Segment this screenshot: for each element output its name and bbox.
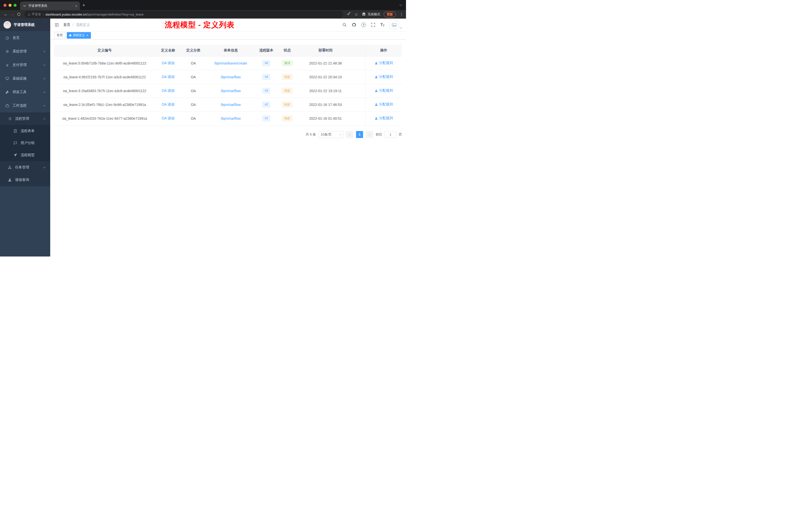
key-icon[interactable] (347, 12, 351, 17)
sidebar-item-task-mgmt[interactable]: 任务管理 (0, 161, 50, 174)
form-link[interactable]: /bpm/oa/flow (221, 89, 240, 93)
browser-tab[interactable]: 芋道管理系统 × (20, 1, 80, 10)
reload-button[interactable] (16, 11, 22, 18)
version-badge: v2 (262, 102, 270, 108)
status-badge: 挂起 (282, 74, 293, 80)
page-size-select[interactable]: 10条/页 (318, 131, 344, 138)
close-window-button[interactable] (3, 4, 6, 7)
tag-process-definition[interactable]: 流程定义 × (67, 32, 91, 39)
form-link[interactable]: /bpm/oa/flow (221, 75, 240, 79)
url-divider: | (43, 12, 44, 16)
assign-rule-link[interactable]: 分配规则 (375, 88, 393, 93)
minimize-window-button[interactable] (8, 4, 11, 7)
bookmark-star-icon[interactable]: ☆ (354, 12, 358, 17)
definition-name-link[interactable]: OA 请假 (162, 116, 174, 120)
page-content: 定义编号 定义名称 定义分类 表单信息 流程版本 状态 部署时间 操作 oa_l… (50, 40, 406, 256)
sidebar-item-leave-query[interactable]: 请假查询 (0, 174, 50, 186)
sidebar-item-label: 基础设施 (12, 76, 27, 81)
tag-close-icon[interactable]: × (86, 34, 88, 37)
sidebar-item-label: 流程管理 (15, 117, 29, 121)
breadcrumb-home[interactable]: 首页 (63, 23, 70, 27)
incognito-badge: 无痕模式 (361, 12, 380, 17)
back-button[interactable]: ← (2, 11, 9, 18)
sidebar-item-workflow[interactable]: 工作流程 (0, 99, 50, 113)
security-status[interactable]: ⚠ 不安全 (28, 12, 41, 17)
version-badge: v5 (262, 60, 270, 66)
chevron-down-icon (43, 91, 46, 93)
chevron-down-icon (43, 63, 46, 66)
form-link[interactable]: /bpm/oa/flow (221, 117, 240, 120)
sidebar-item-process-mgmt[interactable]: 流程管理 (0, 113, 50, 125)
sidebar-item-user-group[interactable]: 用户分组 (0, 137, 50, 149)
dashboard-icon (5, 36, 9, 40)
update-button[interactable]: 更新 (384, 11, 396, 17)
table-row: oa_leave:5:004b710b-7b8a-11ec-8ef0-acde4… (54, 56, 402, 70)
definition-name-link[interactable]: OA 请假 (162, 89, 174, 93)
sidebar-item-label: 首页 (12, 36, 20, 40)
cell-definition-id: oa_leave:1:482ec033-762a-11ec-8477-a2380… (54, 112, 155, 125)
sidebar-item-home[interactable]: 首页 (0, 31, 50, 45)
col-header-name: 定义名称 (155, 45, 181, 56)
sidebar-item-label: 用户分组 (21, 141, 35, 145)
sidebar-item-process-model[interactable]: 流程模型 (0, 149, 50, 161)
goto-page-input[interactable] (385, 131, 396, 138)
url-domain: dashboard.yudao.iocoder.cn (46, 12, 86, 16)
search-icon[interactable] (342, 23, 347, 27)
table-header-row: 定义编号 定义名称 定义分类 表单信息 流程版本 状态 部署时间 操作 (54, 45, 402, 56)
next-page-button[interactable]: › (366, 131, 373, 138)
form-link[interactable]: /bpm/oa/leave/create (214, 61, 247, 65)
definition-name-link[interactable]: OA 请假 (162, 102, 174, 107)
sidebar-item-process-form[interactable]: 流程表单 (0, 125, 50, 137)
window-controls[interactable] (3, 4, 17, 7)
forward-button[interactable]: → (9, 11, 16, 18)
paper-plane-icon (13, 153, 18, 157)
user-icon (375, 89, 378, 92)
address-bar[interactable]: ⚠ 不安全 | dashboard.yudao.iocoder.cn/bpm/m… (25, 11, 343, 18)
assign-rule-link[interactable]: 分配规则 (375, 74, 393, 79)
col-header-time: 部署时间 (297, 45, 353, 56)
form-link[interactable]: /bpm/oa/flow (221, 103, 240, 107)
tag-home[interactable]: 首页 (54, 32, 65, 39)
user-icon (375, 61, 378, 65)
assign-rule-link[interactable]: 分配规则 (375, 102, 393, 107)
definition-name-link[interactable]: OA 请假 (162, 61, 174, 65)
fullscreen-icon[interactable] (371, 23, 375, 27)
new-tab-button[interactable]: + (82, 2, 85, 8)
assign-rule-link[interactable]: 分配规则 (375, 61, 393, 65)
tab-close-icon[interactable]: × (75, 4, 77, 8)
tab-strip: 芋道管理系统 × + (0, 0, 406, 10)
github-icon[interactable] (352, 23, 356, 27)
hamburger-icon[interactable] (54, 22, 59, 27)
prev-page-button[interactable]: ‹ (346, 131, 353, 138)
col-header-version: 流程版本 (256, 45, 277, 56)
col-header-category: 定义分类 (181, 45, 206, 56)
assign-rule-link[interactable]: 分配规则 (375, 116, 393, 120)
sidebar-item-system[interactable]: 系统管理 (0, 45, 50, 58)
navbar-actions: ? TT (342, 21, 402, 29)
font-size-icon[interactable]: TT (380, 23, 384, 27)
user-avatar-menu[interactable] (389, 21, 402, 29)
sidebar-item-label: 流程表单 (21, 129, 35, 133)
sidebar-item-devtools[interactable]: 研发工具 (0, 85, 50, 99)
definition-name-link[interactable]: OA 请假 (162, 75, 174, 79)
sidebar-item-payment[interactable]: ¥ 支付管理 (0, 58, 50, 72)
sidebar-item-label: 系统管理 (12, 49, 27, 54)
cell-category: OA (181, 70, 206, 84)
pagination: 共 5 条 10条/页 ‹ 1 › 前往 页 (54, 131, 402, 138)
user-icon (375, 103, 378, 106)
chevron-up-icon (43, 105, 46, 108)
cell-spacer (353, 70, 365, 84)
sidebar-item-infra[interactable]: 基础设施 (0, 72, 50, 85)
tab-search-icon[interactable] (400, 2, 402, 6)
help-icon[interactable]: ? (361, 23, 366, 27)
browser-menu-icon[interactable]: ⋮ (400, 12, 404, 17)
sidebar-item-label: 支付管理 (12, 63, 27, 67)
breadcrumb-separator: / (72, 23, 74, 27)
cell-category: OA (181, 98, 206, 112)
maximize-window-button[interactable] (13, 4, 17, 7)
briefcase-icon (5, 104, 9, 108)
page-number-current[interactable]: 1 (356, 131, 363, 138)
cell-deploy-time: 2022-01-16 01:40:51 (297, 112, 353, 125)
gear-icon (5, 50, 9, 54)
tags-view-bar: 首页 流程定义 × (50, 31, 406, 40)
